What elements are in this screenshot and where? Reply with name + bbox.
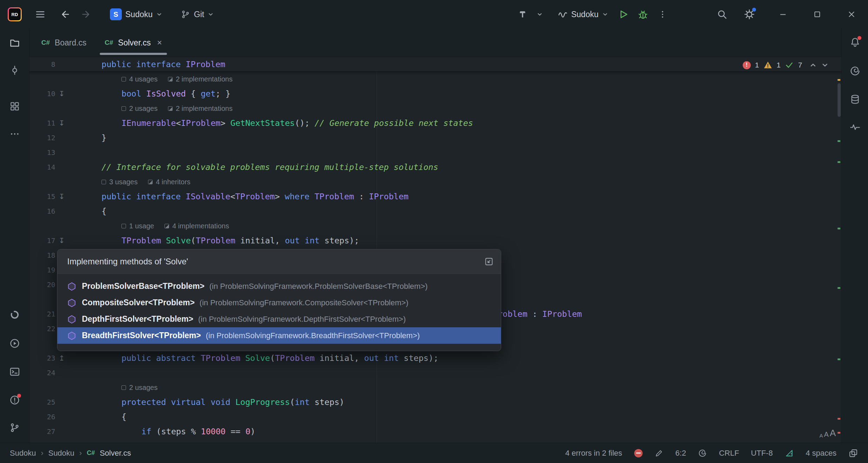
line-number[interactable]: 12 <box>29 130 55 145</box>
maximize-button[interactable] <box>808 6 826 23</box>
run-configuration-widget[interactable]: Sudoku <box>554 7 612 22</box>
layout-widget[interactable] <box>848 448 858 458</box>
vision-usages-link[interactable]: 2 usages <box>121 105 158 113</box>
settings-button[interactable] <box>741 6 758 23</box>
open-in-find-window-button[interactable] <box>484 257 494 266</box>
stripe-mark[interactable] <box>838 79 840 81</box>
popup-item[interactable]: BreadthFirstSolver<TProblem>(in ProblemS… <box>57 327 501 344</box>
problems-tool-button[interactable] <box>6 392 23 408</box>
font-size-widget[interactable]: A A A <box>819 428 836 439</box>
caret-position-widget[interactable]: 6:2 <box>676 449 686 458</box>
profiler-button[interactable] <box>847 119 863 135</box>
popup-header[interactable]: Implementing methods of 'Solve' <box>57 249 501 274</box>
line-number[interactable]: 18 <box>29 248 55 263</box>
line-number[interactable]: 23 <box>29 351 55 365</box>
stripe-mark[interactable] <box>838 228 840 229</box>
popup-item[interactable]: DepthFirstSolver<TProblem>(in ProblemSol… <box>57 311 501 327</box>
line-separator-widget[interactable]: CRLF <box>719 449 739 458</box>
line-number[interactable]: 19 <box>29 263 55 277</box>
vcs-widget[interactable]: Git <box>176 7 218 22</box>
implements-gutter-icon[interactable]: ↥ <box>59 351 65 365</box>
terminal-tool-button[interactable] <box>6 363 23 380</box>
main-menu-button[interactable] <box>31 6 49 23</box>
project-tool-button[interactable] <box>6 34 23 51</box>
implemented-gutter-icon[interactable]: ↧ <box>59 86 65 101</box>
editor-scrollbar-thumb[interactable] <box>838 83 841 117</box>
project-widget[interactable]: S Sudoku <box>106 6 167 23</box>
line-number[interactable]: 17 <box>29 233 55 248</box>
forward-button[interactable] <box>78 6 95 23</box>
editor-tab[interactable]: C#Solver.cs× <box>96 29 171 57</box>
code-vision[interactable]: 2 usages <box>121 380 158 395</box>
highlighting-level-widget[interactable] <box>634 449 643 457</box>
code-vision[interactable]: 1 usage4 implementations <box>121 219 229 233</box>
error-count[interactable]: 1 <box>755 61 759 69</box>
encoding-widget[interactable]: UTF-8 <box>751 449 773 458</box>
passed-count[interactable]: 7 <box>798 61 802 69</box>
stripe-mark[interactable] <box>838 432 840 434</box>
indent-widget[interactable]: 4 spaces <box>806 449 836 458</box>
more-actions-button[interactable] <box>654 6 671 23</box>
debug-button[interactable] <box>634 6 652 23</box>
line-number[interactable]: 8 <box>29 57 55 72</box>
stripe-mark[interactable] <box>838 287 840 289</box>
search-everywhere-button[interactable] <box>713 6 731 23</box>
implemented-gutter-icon[interactable]: ↧ <box>59 233 65 248</box>
vision-usages-link[interactable]: 2 usages <box>121 384 158 392</box>
code-vision[interactable]: 4 usages2 implementations <box>121 72 232 86</box>
database-button[interactable] <box>847 91 863 108</box>
run-button[interactable] <box>615 6 632 23</box>
breadcrumb-item[interactable]: Sudoku <box>48 449 75 458</box>
line-number[interactable]: 14 <box>29 160 55 174</box>
line-number[interactable]: 26 <box>29 409 55 424</box>
run-tool-button[interactable] <box>6 335 23 352</box>
breadcrumb-item[interactable]: Solver.cs <box>100 449 131 458</box>
breadcrumb-item[interactable]: Sudoku <box>10 449 36 458</box>
close-icon[interactable]: × <box>157 38 162 48</box>
coverage-tool-button[interactable] <box>6 306 23 323</box>
next-problem-button[interactable] <box>821 61 829 69</box>
vision-usages-link[interactable]: 3 usages <box>102 178 138 186</box>
popup-item[interactable]: ProblemSolverBase<TProblem>(in ProblemSo… <box>57 278 501 294</box>
vision-usages-link[interactable]: 4 usages <box>121 75 158 83</box>
line-number[interactable]: 21 <box>29 307 55 321</box>
close-window-button[interactable] <box>843 6 860 23</box>
vision-usages-link[interactable]: 1 usage <box>121 222 154 230</box>
code-style-widget[interactable] <box>785 449 794 458</box>
rider-logo[interactable]: RD <box>8 7 22 21</box>
vision-impl-link[interactable]: 4 inheritors <box>148 178 190 186</box>
line-number[interactable]: 13 <box>29 145 55 160</box>
back-button[interactable] <box>56 6 74 23</box>
edit-mode-widget[interactable] <box>654 449 664 458</box>
implemented-gutter-icon[interactable]: ↧ <box>59 116 65 130</box>
structure-tool-button[interactable] <box>6 98 23 115</box>
warning-count[interactable]: 1 <box>777 61 781 69</box>
code-vision[interactable]: 3 usages4 inheritors <box>102 174 190 189</box>
code-vision[interactable]: 2 usages2 implementations <box>121 101 232 116</box>
line-number[interactable]: 11 <box>29 116 55 130</box>
popup-item[interactable]: CompositeSolver<TProblem>(in ProblemSolv… <box>57 294 501 311</box>
stripe-mark[interactable] <box>838 358 840 360</box>
line-number[interactable]: 24 <box>29 365 55 380</box>
line-number[interactable]: 20 <box>29 277 55 292</box>
font-size-medium[interactable]: A <box>824 430 828 439</box>
more-tool-windows-button[interactable] <box>6 126 23 142</box>
build-menu-chevron[interactable] <box>533 6 546 23</box>
line-number[interactable]: 15 <box>29 189 55 204</box>
editor-tab[interactable]: C#Board.cs <box>32 29 96 57</box>
prev-problem-button[interactable] <box>809 61 817 69</box>
build-button[interactable] <box>514 6 531 23</box>
vision-impl-link[interactable]: 4 implementations <box>164 222 229 230</box>
notifications-button[interactable] <box>847 34 863 51</box>
vision-impl-link[interactable]: 2 implementations <box>168 75 232 83</box>
inspection-widget[interactable]: ! 1 1 7 <box>743 60 829 70</box>
git-tool-button[interactable] <box>6 419 23 436</box>
vision-impl-link[interactable]: 2 implementations <box>168 105 232 113</box>
font-size-large[interactable]: A <box>830 428 836 439</box>
minimize-button[interactable] <box>774 6 792 23</box>
line-number[interactable]: 16 <box>29 204 55 219</box>
ai-assistant-button[interactable] <box>847 63 863 79</box>
ai-status-widget[interactable] <box>698 449 707 458</box>
problems-summary[interactable]: 4 errors in 2 files <box>565 449 622 458</box>
font-size-small[interactable]: A <box>819 433 823 439</box>
